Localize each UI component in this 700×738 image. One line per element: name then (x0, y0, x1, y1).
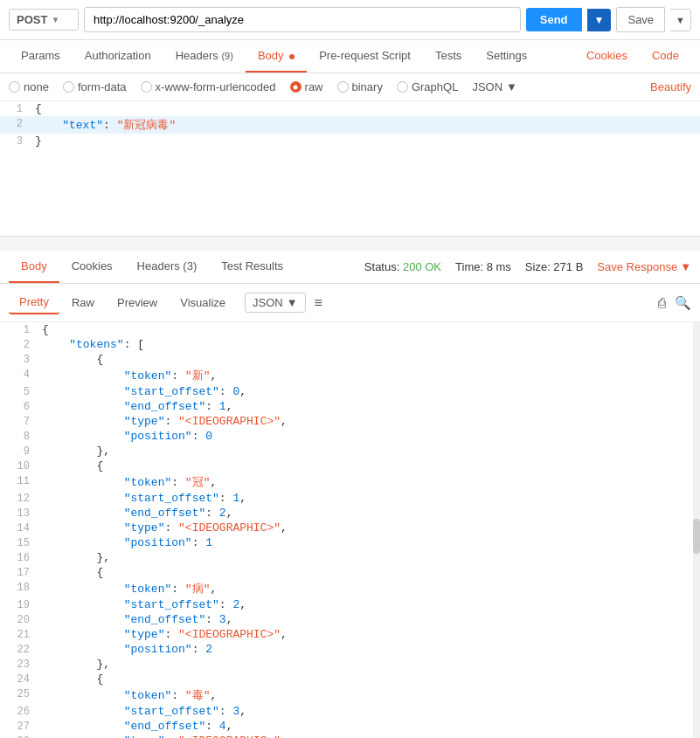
response-tabs: Body Cookies Headers (3) Test Results St… (0, 251, 700, 284)
save-response-button[interactable]: Save Response ▼ (597, 260, 691, 273)
scrollbar-track (693, 322, 700, 738)
format-tab-raw[interactable]: Raw (61, 292, 105, 314)
resp-line-26: 26 "start_offset": 3, (0, 704, 700, 719)
radio-graphql (397, 81, 408, 93)
tab-tests[interactable]: Tests (423, 40, 474, 72)
json-type-dropdown[interactable]: JSON ▼ (472, 80, 517, 93)
resp-line-20: 20 "end_offset": 3, (0, 612, 700, 627)
resp-line-25: 25 "token": "毒", (0, 686, 700, 704)
resp-line-12: 12 "start_offset": 1, (0, 491, 700, 506)
tab-authorization[interactable]: Authorization (73, 40, 163, 72)
resp-line-19: 19 "start_offset": 2, (0, 597, 700, 612)
resp-line-7: 7 "type": "<IDEOGRAPHIC>", (0, 414, 700, 429)
resp-line-18: 18 "token": "病", (0, 580, 700, 597)
tab-headers[interactable]: Headers (9) (163, 40, 246, 72)
resp-line-14: 14 "type": "<IDEOGRAPHIC>", (0, 521, 700, 535)
copy-icon[interactable]: ⎙ (658, 295, 666, 310)
radio-raw (290, 81, 301, 93)
save-button[interactable]: Save (616, 7, 665, 32)
body-dot (289, 54, 295, 59)
radio-urlencoded (141, 81, 152, 93)
resp-line-8: 8 "position": 0 (0, 429, 700, 444)
resp-line-24: 24 { (0, 672, 700, 686)
tab-prerequest[interactable]: Pre-request Script (307, 40, 423, 72)
method-dropdown[interactable]: POST ▼ (9, 9, 79, 31)
req-line-2: 2 "text": "新冠病毒" (0, 116, 700, 134)
option-binary[interactable]: binary (337, 80, 383, 93)
tab-body[interactable]: Body (246, 40, 307, 72)
filter-icon[interactable]: ≡ (315, 295, 322, 311)
response-tab-test-results[interactable]: Test Results (209, 251, 295, 283)
resp-line-23: 23 }, (0, 657, 700, 672)
radio-binary (337, 81, 349, 93)
response-tab-cookies[interactable]: Cookies (59, 251, 125, 283)
tab-code[interactable]: Code (640, 40, 691, 72)
tab-settings[interactable]: Settings (474, 40, 539, 72)
resp-line-2: 2 "tokens": [ (0, 337, 700, 352)
body-options: none form-data x-www-form-urlencoded raw… (0, 73, 700, 101)
resp-line-13: 13 "end_offset": 2, (0, 506, 700, 521)
status-value: 200 OK (403, 260, 441, 273)
save-response-arrow: ▼ (680, 260, 691, 273)
status-label: Status: 200 OK (364, 260, 441, 273)
top-bar: POST ▼ Send ▼ Save ▼ (0, 0, 700, 40)
response-code-wrapper: 1 { 2 "tokens": [ 3 { 4 "token": "新", 5 … (0, 322, 700, 738)
size-label: Size: 271 B (525, 260, 584, 273)
format-tab-visualize[interactable]: Visualize (170, 292, 236, 314)
right-nav: Cookies Code (574, 40, 691, 72)
tab-cookies[interactable]: Cookies (574, 40, 640, 72)
time-value: 8 ms (487, 260, 511, 273)
option-urlencoded[interactable]: x-www-form-urlencoded (141, 80, 276, 93)
method-arrow-icon: ▼ (51, 15, 59, 24)
resp-line-5: 5 "start_offset": 0, (0, 384, 700, 399)
time-label: Time: 8 ms (455, 260, 511, 273)
radio-none (9, 81, 20, 93)
resp-line-3: 3 { (0, 352, 700, 367)
format-tab-pretty[interactable]: Pretty (9, 291, 59, 314)
nav-tabs: Params Authorization Headers (9) Body Pr… (0, 40, 700, 73)
headers-badge: (9) (221, 51, 232, 61)
status-info: Status: 200 OK Time: 8 ms Size: 271 B Sa… (364, 260, 691, 273)
resp-line-28: 28 "type": "<IDEOGRAPHIC>", (0, 734, 700, 738)
resp-line-27: 27 "end_offset": 4, (0, 719, 700, 734)
resp-line-17: 17 { (0, 565, 700, 580)
size-value: 271 B (553, 260, 583, 273)
tab-params[interactable]: Params (9, 40, 73, 72)
resp-line-1: 1 { (0, 322, 700, 337)
send-button[interactable]: Send (526, 8, 582, 31)
format-tab-preview[interactable]: Preview (107, 292, 168, 314)
json-label: JSON (472, 80, 502, 93)
option-none[interactable]: none (9, 80, 49, 93)
resp-line-6: 6 "end_offset": 1, (0, 399, 700, 414)
response-tab-headers[interactable]: Headers (3) (125, 251, 210, 283)
response-json-arrow: ▼ (287, 296, 298, 309)
search-icon[interactable]: 🔍 (675, 295, 691, 311)
json-arrow-icon: ▼ (506, 80, 517, 93)
radio-form-data (63, 81, 74, 93)
resp-line-22: 22 "position": 2 (0, 642, 700, 657)
req-line-3: 3 } (0, 134, 700, 148)
response-json-label: JSON (253, 296, 283, 309)
resp-line-21: 21 "type": "<IDEOGRAPHIC>", (0, 627, 700, 642)
option-form-data[interactable]: form-data (63, 80, 127, 93)
method-label: POST (17, 13, 47, 26)
beautify-button[interactable]: Beautify (650, 80, 691, 93)
section-divider (0, 237, 700, 244)
option-raw[interactable]: raw (290, 80, 323, 93)
send-dropdown-button[interactable]: ▼ (587, 9, 612, 31)
resp-line-15: 15 "position": 1 (0, 535, 700, 550)
url-input[interactable] (84, 7, 521, 32)
resp-line-9: 9 }, (0, 444, 700, 459)
resp-line-11: 11 "token": "冠", (0, 473, 700, 491)
option-graphql[interactable]: GraphQL (397, 80, 458, 93)
resp-line-10: 10 { (0, 459, 700, 473)
response-tab-body[interactable]: Body (9, 251, 59, 283)
request-code-editor[interactable]: 1 { 2 "text": "新冠病毒" 3 } (0, 101, 700, 237)
resp-line-4: 4 "token": "新", (0, 367, 700, 384)
resp-line-16: 16 }, (0, 550, 700, 565)
response-json-dropdown[interactable]: JSON ▼ (245, 293, 306, 313)
scrollbar-thumb[interactable] (693, 519, 700, 554)
response-code-editor[interactable]: 1 { 2 "tokens": [ 3 { 4 "token": "新", 5 … (0, 322, 700, 738)
save-dropdown-button[interactable]: ▼ (670, 9, 691, 31)
req-line-1: 1 { (0, 101, 700, 116)
